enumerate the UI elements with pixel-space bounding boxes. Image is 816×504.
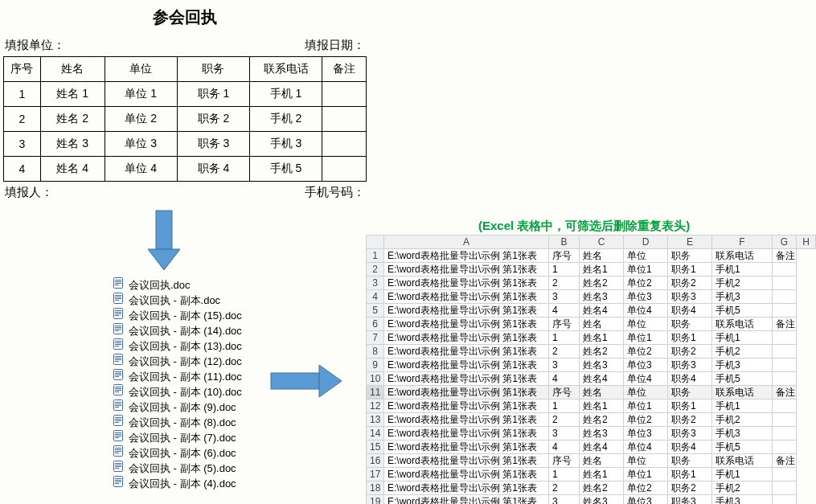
excel-cell[interactable]: 姓名1	[580, 331, 624, 345]
excel-row[interactable]: 18E:\word表格批量导出\示例 第1张表2姓名2单位2职务2手机2	[367, 481, 816, 495]
excel-row-header[interactable]: 1	[367, 249, 384, 263]
excel-cell[interactable]: 手机2	[712, 345, 773, 359]
excel-cell[interactable]: 序号	[549, 386, 580, 400]
list-item[interactable]: 会议回执 - 副本 (9).doc	[113, 400, 265, 415]
excel-cell[interactable]: 姓名2	[580, 345, 624, 359]
excel-row[interactable]: 3E:\word表格批量导出\示例 第1张表2姓名2单位2职务2手机2	[367, 277, 816, 290]
excel-cell[interactable]: E:\word表格批量导出\示例 第1张表	[384, 454, 549, 468]
excel-cell[interactable]	[773, 263, 797, 277]
excel-cell[interactable]: E:\word表格批量导出\示例 第1张表	[384, 263, 549, 277]
excel-cell[interactable]: E:\word表格批量导出\示例 第1张表	[384, 331, 549, 345]
list-item[interactable]: 会议回执 - 副本 (6).doc	[113, 445, 265, 461]
excel-row-header[interactable]: 13	[367, 413, 384, 427]
excel-row-header[interactable]: 8	[367, 345, 384, 359]
excel-cell[interactable]: 联系电话	[712, 454, 773, 468]
excel-col-header[interactable]: G	[773, 236, 797, 249]
excel-row[interactable]: 7E:\word表格批量导出\示例 第1张表1姓名1单位1职务1手机1	[367, 331, 816, 345]
excel-cell[interactable]: 职务4	[668, 440, 712, 454]
excel-cell[interactable]: 职务2	[668, 345, 712, 359]
excel-cell[interactable]: 备注	[773, 454, 797, 468]
excel-cell[interactable]	[773, 495, 797, 505]
excel-cell[interactable]: 手机5	[712, 372, 773, 386]
excel-col-header[interactable]: B	[549, 236, 580, 249]
excel-cell[interactable]: 联系电话	[712, 249, 773, 263]
excel-cell[interactable]: E:\word表格批量导出\示例 第1张表	[384, 481, 549, 495]
excel-row-header[interactable]: 4	[367, 290, 384, 304]
list-item[interactable]: 会议回执 - 副本 (13).doc	[113, 338, 265, 354]
excel-cell[interactable]: 序号	[549, 249, 580, 263]
excel-cell[interactable]	[773, 427, 797, 440]
excel-cell[interactable]: 备注	[773, 386, 797, 400]
excel-cell[interactable]: 单位3	[624, 290, 668, 304]
excel-cell[interactable]: 单位2	[624, 413, 668, 427]
excel-cell[interactable]	[773, 440, 797, 454]
excel-cell[interactable]: 3	[549, 359, 580, 372]
excel-row[interactable]: 19E:\word表格批量导出\示例 第1张表3姓名3单位3职务3手机3	[367, 495, 816, 505]
excel-cell[interactable]: 3	[549, 427, 580, 440]
excel-row[interactable]: 15E:\word表格批量导出\示例 第1张表4姓名4单位4职务4手机5	[367, 440, 816, 454]
excel-cell[interactable]: 1	[549, 400, 580, 413]
excel-cell[interactable]: 职务3	[668, 495, 712, 505]
excel-cell[interactable]: 单位4	[624, 372, 668, 386]
excel-col-header[interactable]	[367, 236, 384, 249]
excel-cell[interactable]: 2	[549, 345, 580, 359]
excel-cell[interactable]: 姓名	[580, 386, 624, 400]
excel-cell[interactable]	[773, 331, 797, 345]
excel-cell[interactable]: 备注	[773, 318, 797, 331]
excel-cell[interactable]	[773, 277, 797, 290]
excel-cell[interactable]: 姓名3	[580, 427, 624, 440]
excel-cell[interactable]: 手机1	[712, 331, 773, 345]
excel-cell[interactable]: E:\word表格批量导出\示例 第1张表	[384, 318, 549, 331]
excel-row[interactable]: 12E:\word表格批量导出\示例 第1张表1姓名1单位1职务1手机1	[367, 400, 816, 413]
excel-cell[interactable]: 姓名2	[580, 413, 624, 427]
excel-cell[interactable]: 职务2	[668, 413, 712, 427]
excel-cell[interactable]	[773, 345, 797, 359]
excel-cell[interactable]: 手机3	[712, 427, 773, 440]
excel-cell[interactable]: E:\word表格批量导出\示例 第1张表	[384, 413, 549, 427]
excel-cell[interactable]: E:\word表格批量导出\示例 第1张表	[384, 495, 549, 505]
excel-row[interactable]: 14E:\word表格批量导出\示例 第1张表3姓名3单位3职务3手机3	[367, 427, 816, 440]
excel-cell[interactable]: 单位1	[624, 263, 668, 277]
excel-col-header[interactable]: E	[668, 236, 712, 249]
excel-cell[interactable]: 3	[549, 290, 580, 304]
excel-cell[interactable]: 单位	[624, 454, 668, 468]
excel-row[interactable]: 16E:\word表格批量导出\示例 第1张表序号姓名单位职务联系电话备注	[367, 454, 816, 468]
excel-cell[interactable]: 单位	[624, 318, 668, 331]
excel-cell[interactable]: 职务	[668, 318, 712, 331]
excel-cell[interactable]: 单位1	[624, 331, 668, 345]
excel-cell[interactable]	[773, 290, 797, 304]
excel-cell[interactable]: 序号	[549, 318, 580, 331]
excel-cell[interactable]: E:\word表格批量导出\示例 第1张表	[384, 304, 549, 318]
excel-cell[interactable]: 职务4	[668, 304, 712, 318]
excel-cell[interactable]: E:\word表格批量导出\示例 第1张表	[384, 386, 549, 400]
excel-cell[interactable]: 职务4	[668, 372, 712, 386]
excel-cell[interactable]: 手机5	[712, 440, 773, 454]
excel-cell[interactable]: 手机2	[712, 481, 773, 495]
excel-row[interactable]: 5E:\word表格批量导出\示例 第1张表4姓名4单位4职务4手机5	[367, 304, 816, 318]
excel-row[interactable]: 2E:\word表格批量导出\示例 第1张表1姓名1单位1职务1手机1	[367, 263, 816, 277]
excel-row-header[interactable]: 15	[367, 440, 384, 454]
excel-cell[interactable]: 职务3	[668, 427, 712, 440]
excel-cell[interactable]: 序号	[549, 454, 580, 468]
excel-row-header[interactable]: 19	[367, 495, 384, 505]
excel-row-header[interactable]: 9	[367, 359, 384, 372]
excel-col-header[interactable]: D	[624, 236, 668, 249]
excel-cell[interactable]	[773, 468, 797, 481]
list-item[interactable]: 会议回执 - 副本 (7).doc	[113, 430, 265, 445]
excel-cell[interactable]	[773, 400, 797, 413]
excel-cell[interactable]: 姓名1	[580, 400, 624, 413]
excel-cell[interactable]: 手机3	[712, 359, 773, 372]
list-item[interactable]: 会议回执 - 副本.doc	[113, 293, 265, 308]
excel-col-header[interactable]: H	[797, 236, 816, 249]
excel-cell[interactable]	[773, 481, 797, 495]
excel-row-header[interactable]: 10	[367, 372, 384, 386]
excel-cell[interactable]: 2	[549, 413, 580, 427]
excel-cell[interactable]: 单位1	[624, 468, 668, 481]
excel-row[interactable]: 4E:\word表格批量导出\示例 第1张表3姓名3单位3职务3手机3	[367, 290, 816, 304]
excel-row[interactable]: 6E:\word表格批量导出\示例 第1张表序号姓名单位职务联系电话备注	[367, 318, 816, 331]
excel-row[interactable]: 13E:\word表格批量导出\示例 第1张表2姓名2单位2职务2手机2	[367, 413, 816, 427]
excel-cell[interactable]: 手机5	[712, 304, 773, 318]
excel-cell[interactable]: 单位2	[624, 277, 668, 290]
excel-cell[interactable]: 单位2	[624, 481, 668, 495]
excel-cell[interactable]: 单位	[624, 386, 668, 400]
